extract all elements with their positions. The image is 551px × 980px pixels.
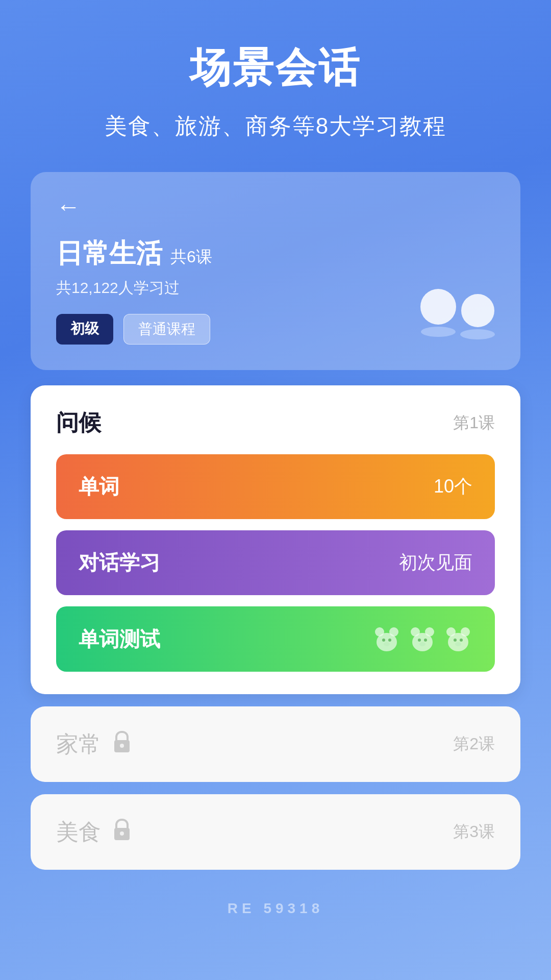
- lesson-card-3: 美食 第3课: [31, 794, 520, 870]
- lesson-2-name: 家常: [56, 729, 101, 760]
- svg-point-9: [418, 639, 421, 642]
- lesson-3-left: 美食: [56, 817, 133, 847]
- lesson-2-number: 第2课: [453, 733, 495, 755]
- lesson-3-number: 第3课: [453, 821, 495, 843]
- svg-point-21: [120, 831, 124, 836]
- svg-point-15: [454, 639, 457, 642]
- subtitle: 美食、旅游、商务等8大学习教程: [31, 111, 520, 141]
- bear-icon-3: [444, 625, 472, 653]
- mascot-circle-right: [461, 294, 494, 327]
- header-section: 场景会话 美食、旅游、商务等8大学习教程: [0, 0, 551, 162]
- mascot-shadow-right: [460, 329, 495, 339]
- mascot-decoration: [420, 289, 495, 339]
- watermark: RE 59318: [0, 870, 551, 932]
- dialogue-value: 初次见面: [399, 550, 472, 575]
- svg-point-5: [384, 642, 390, 646]
- test-label: 单词测试: [79, 625, 160, 653]
- svg-point-17: [455, 642, 461, 646]
- lock-icon-3: [111, 817, 133, 847]
- lesson-1-header: 问候 第1课: [56, 408, 495, 438]
- svg-point-16: [460, 639, 463, 642]
- lessons-container: 问候 第1课 单词 10个 对话学习 初次见面 单词测试: [31, 385, 520, 870]
- dialogue-button[interactable]: 对话学习 初次见面: [56, 530, 495, 595]
- bear-icon-2: [408, 625, 437, 653]
- vocab-label: 单词: [79, 473, 119, 501]
- svg-point-3: [382, 639, 385, 642]
- dialogue-label: 对话学习: [79, 549, 160, 577]
- lesson-1-number: 第1课: [453, 412, 495, 434]
- course-card: ← 日常生活 共6课 共12,122人学习过 初级 普通课程: [31, 172, 520, 370]
- page-wrapper: 场景会话 美食、旅游、商务等8大学习教程 ← 日常生活 共6课 共12,122人…: [0, 0, 551, 980]
- test-button[interactable]: 单词测试: [56, 606, 495, 672]
- vocab-button[interactable]: 单词 10个: [56, 454, 495, 519]
- main-title: 场景会话: [31, 41, 520, 96]
- svg-point-19: [120, 744, 124, 748]
- course-title: 日常生活: [56, 236, 162, 272]
- svg-point-4: [388, 639, 391, 642]
- tag-type[interactable]: 普通课程: [123, 314, 210, 345]
- back-button[interactable]: ←: [56, 192, 81, 220]
- lesson-card-1: 问候 第1课 单词 10个 对话学习 初次见面 单词测试: [31, 385, 520, 694]
- mascot-circle-left: [420, 289, 456, 325]
- lesson-3-name: 美食: [56, 817, 101, 847]
- course-count: 共6课: [170, 246, 212, 268]
- lesson-1-name: 问候: [56, 408, 101, 438]
- vocab-value: 10个: [434, 474, 472, 499]
- tag-level[interactable]: 初级: [56, 314, 113, 345]
- course-title-row: 日常生活 共6课: [56, 236, 495, 272]
- lesson-2-left: 家常: [56, 729, 133, 760]
- lock-icon-2: [111, 729, 133, 760]
- svg-point-11: [419, 642, 425, 646]
- bear-icons: [372, 625, 472, 653]
- lesson-card-2: 家常 第2课: [31, 706, 520, 782]
- mascot-shadow-left: [421, 327, 456, 337]
- svg-point-10: [424, 639, 427, 642]
- bear-icon-1: [372, 625, 401, 653]
